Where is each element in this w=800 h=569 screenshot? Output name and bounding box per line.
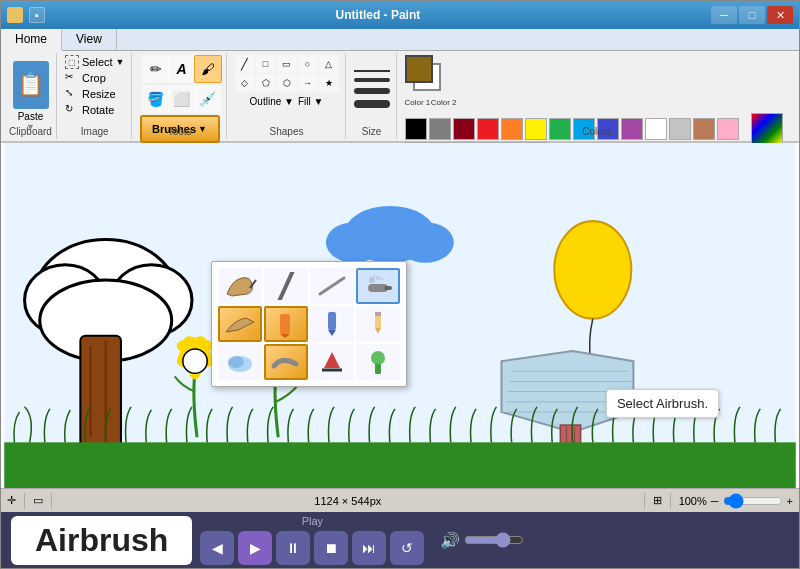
svg-rect-47	[375, 312, 381, 316]
brush-oil[interactable]	[218, 306, 262, 342]
brush-fill-stroke[interactable]	[310, 344, 354, 380]
shapes-label: Shapes	[229, 126, 345, 137]
stop-button[interactable]: ⏹	[314, 531, 348, 565]
canvas-area: Select Airbrush. ✛ ▭ 1124 × 544px ⊞ 100%…	[1, 143, 799, 512]
title-bar-controls: ─ □ ✕	[711, 6, 793, 24]
brush-airbrush[interactable]	[356, 268, 400, 304]
image-label: Image	[59, 126, 131, 137]
shape-diamond[interactable]: ◇	[235, 74, 255, 92]
maximize-button[interactable]: □	[739, 6, 765, 24]
replay-button[interactable]: ↺	[390, 531, 424, 565]
play-button[interactable]: ▶	[238, 531, 272, 565]
title-menu: ▪	[29, 7, 45, 23]
minimize-button[interactable]: ─	[711, 6, 737, 24]
volume-icon: 🔊	[440, 531, 460, 550]
brush-grid	[218, 268, 400, 380]
bucket-tool[interactable]: 🪣	[142, 85, 170, 113]
paste-button[interactable]: 📋	[13, 61, 49, 109]
main-window: ▪ Untitled - Paint ─ □ ✕ Home View 📋 Pas…	[0, 0, 800, 569]
svg-point-38	[376, 276, 380, 280]
size-1[interactable]	[354, 70, 390, 72]
image-size-icon: ⊞	[653, 494, 662, 507]
brush-extra[interactable]	[356, 344, 400, 380]
brush-pencil[interactable]	[356, 306, 400, 342]
colors-label: Colors	[399, 126, 796, 137]
clipboard-content: 📋 Paste ▼	[13, 55, 49, 137]
tools-content: ✏ A 🖌 🪣 ⬜ 💉 Brushes▼	[140, 55, 220, 157]
picker-tool[interactable]: 💉	[194, 85, 222, 113]
title-bar-left: ▪	[7, 7, 45, 23]
resize-label: Resize	[82, 88, 116, 100]
rotate-label: Rotate	[82, 104, 114, 116]
cursor-icon: ✛	[7, 494, 16, 507]
text-tool[interactable]: A	[168, 55, 196, 83]
fill-button[interactable]: Fill ▼	[298, 96, 323, 107]
shape-roundrect[interactable]: ▭	[277, 55, 297, 73]
brush-watercolor[interactable]	[218, 344, 262, 380]
ribbon-tabs: Home View	[1, 29, 799, 51]
svg-point-50	[371, 351, 385, 365]
shape-ellipse[interactable]: ○	[298, 55, 318, 73]
resize-button[interactable]: ⤡ Resize	[65, 87, 116, 101]
canvas[interactable]: Select Airbrush.	[1, 143, 799, 488]
svg-rect-36	[384, 286, 392, 290]
brushes-tool[interactable]: 🖌	[194, 55, 222, 83]
image-content: ⬚ Select▼ ✂ Crop ⤡ Resize ↻ Rotate	[65, 55, 125, 137]
canvas-scroll[interactable]: Select Airbrush.	[1, 143, 799, 488]
svg-point-49	[228, 356, 244, 368]
shape-hex[interactable]: ⬡	[277, 74, 297, 92]
svg-point-37	[369, 277, 375, 283]
crop-button[interactable]: ✂ Crop	[65, 71, 106, 85]
color1-box[interactable]	[405, 55, 433, 83]
brush-round[interactable]	[218, 268, 262, 304]
tab-view[interactable]: View	[62, 29, 117, 50]
shape-star[interactable]: ★	[319, 74, 339, 92]
svg-rect-21	[4, 442, 795, 488]
zoom-slider[interactable]	[723, 493, 783, 509]
paste-label: Paste	[18, 111, 44, 122]
airbrush-label: Airbrush	[11, 516, 192, 565]
ribbon-content: 📋 Paste ▼ Clipboard ⬚ Select▼ ✂ Cro	[1, 51, 799, 141]
canvas-icon: ▭	[33, 494, 43, 507]
shape-line[interactable]: ╱	[235, 55, 255, 73]
brush-crayon[interactable]	[264, 306, 308, 342]
tools-label: Tools	[134, 126, 226, 137]
status-zoom: 100% ─ +	[679, 493, 793, 509]
shape-triangle[interactable]: △	[319, 55, 339, 73]
svg-marker-46	[375, 328, 381, 334]
pencil-tool[interactable]: ✏	[142, 55, 170, 83]
rewind-button[interactable]: ◀	[200, 531, 234, 565]
svg-point-40	[381, 278, 384, 281]
airbrush-tooltip: Select Airbrush.	[606, 389, 719, 418]
color-preview: Color 1 Color 2	[405, 55, 457, 107]
brush-calligraphy2[interactable]	[310, 268, 354, 304]
size-3[interactable]	[354, 88, 390, 94]
tab-home[interactable]: Home	[1, 29, 62, 51]
video-bar: Airbrush Play ◀ ▶ ⏸ ⏹ ⏭ ↺ 🔊	[1, 512, 799, 568]
shapes-group: ╱ □ ▭ ○ △ ◇ ⬠ ⬡ → ★ Outline ▼	[229, 53, 346, 139]
eraser-tool[interactable]: ⬜	[168, 85, 196, 113]
size-4[interactable]	[354, 100, 390, 108]
svg-point-10	[397, 222, 454, 263]
rotate-button[interactable]: ↻ Rotate	[65, 103, 114, 117]
size-label: Size	[348, 126, 396, 137]
pause-button[interactable]: ⏸	[276, 531, 310, 565]
brush-calligraphy1[interactable]	[264, 268, 308, 304]
brush-marker[interactable]	[310, 306, 354, 342]
volume-slider[interactable]	[464, 532, 524, 548]
shape-pentagon[interactable]: ⬠	[256, 74, 276, 92]
size-2[interactable]	[354, 78, 390, 82]
brush-smudge[interactable]	[264, 344, 308, 380]
select-button[interactable]: ⬚ Select▼	[65, 55, 125, 69]
next-button[interactable]: ⏭	[352, 531, 386, 565]
close-button[interactable]: ✕	[767, 6, 793, 24]
svg-marker-42	[280, 334, 290, 338]
svg-point-11	[554, 221, 631, 318]
shape-arrow[interactable]: →	[298, 74, 318, 92]
select-label: Select	[82, 56, 113, 68]
colors-group: Color 1 Color 2 Edit colors Colors	[399, 53, 796, 139]
outline-button[interactable]: Outline ▼	[250, 96, 294, 107]
shape-rect[interactable]: □	[256, 55, 276, 73]
svg-marker-44	[328, 330, 336, 336]
title-menu-btn[interactable]: ▪	[29, 7, 45, 23]
